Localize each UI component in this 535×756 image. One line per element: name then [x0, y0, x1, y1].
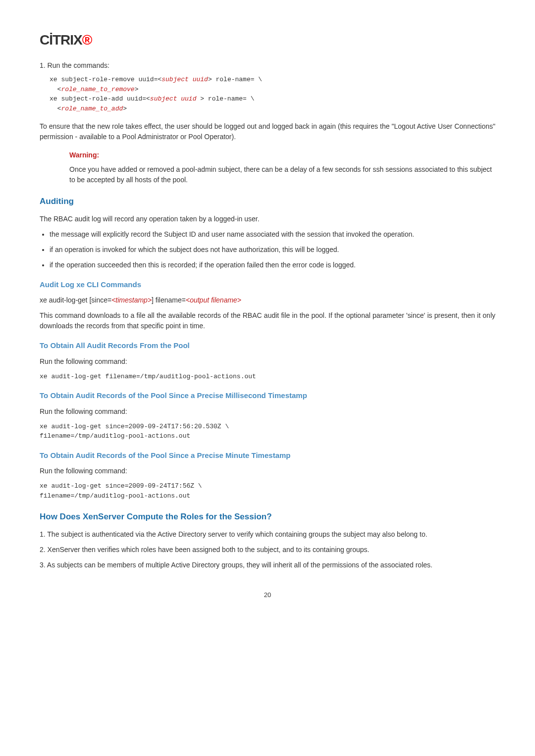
logo-dot: ®: [82, 32, 92, 48]
code-param: role_name_to_add: [61, 105, 123, 112]
cmd-param: <output filename>: [186, 296, 241, 304]
command-block: xe audit-log-get filename=/tmp/auditlog-…: [40, 372, 495, 382]
warning-block: Warning: Once you have added or removed …: [69, 150, 495, 185]
cmd-text: ] filename=: [152, 296, 186, 304]
code-param: role_name_to_remove: [61, 86, 134, 93]
paragraph: 2. XenServer then verifies which roles h…: [40, 545, 495, 555]
code-text: xe subject-role-remove uuid=<: [50, 76, 161, 83]
bullet-list: the message will explicitly record the S…: [40, 229, 495, 270]
paragraph: This command downloads to a file all the…: [40, 310, 495, 331]
code-text: > role-name= \: [200, 95, 254, 102]
code-block-1: xe subject-role-remove uuid=<subject uui…: [50, 75, 495, 113]
paragraph: 3. As subjects can be members of multipl…: [40, 560, 495, 570]
heading-how-does: How Does XenServer Compute the Roles for…: [40, 510, 495, 523]
run-command-label: Run the following command:: [40, 466, 495, 476]
run-command-label: Run the following command:: [40, 406, 495, 417]
command-syntax: xe audit-log-get [since=<timestamp>] fil…: [40, 295, 495, 305]
warning-title: Warning:: [69, 150, 495, 160]
code-text: > role-name= \: [208, 76, 262, 83]
warning-text: Once you have added or removed a pool-ad…: [69, 164, 495, 185]
paragraph: The RBAC audit log will record any opera…: [40, 214, 495, 224]
paragraph: 1. The subject is authenticated via the …: [40, 529, 495, 540]
heading-audit-log-cli: Audit Log xe CLI Commands: [40, 279, 495, 291]
code-text: xe subject-role-add uuid=<: [50, 95, 150, 102]
run-command-label: Run the following command:: [40, 356, 495, 367]
paragraph: To ensure that the new role takes effect…: [40, 121, 495, 142]
page-number: 20: [40, 590, 495, 600]
code-param: subject uuid: [161, 76, 208, 83]
step-1-label: 1. Run the commands:: [40, 60, 495, 71]
code-param: subject uuid: [150, 95, 200, 102]
heading-auditing: Auditing: [40, 195, 495, 208]
heading-obtain-ms: To Obtain Audit Records of the Pool Sinc…: [40, 390, 495, 402]
logo-text: CİTRIX: [40, 32, 82, 48]
cmd-text: xe audit-log-get [since=: [40, 296, 111, 304]
code-text: <: [50, 86, 61, 93]
citrix-logo: CİTRIX®: [40, 30, 495, 50]
command-block: xe audit-log-get since=2009-09-24T17:56:…: [40, 422, 495, 441]
code-text: <: [50, 105, 61, 112]
list-item: if an operation is invoked for which the…: [50, 245, 495, 255]
cmd-param: <timestamp>: [111, 296, 152, 304]
list-item: if the operation succeeded then this is …: [50, 260, 495, 270]
code-text: >: [135, 86, 139, 93]
heading-obtain-all: To Obtain All Audit Records From the Poo…: [40, 340, 495, 352]
code-text: >: [123, 105, 127, 112]
command-block: xe audit-log-get since=2009-09-24T17:56Z…: [40, 481, 495, 501]
heading-obtain-min: To Obtain Audit Records of the Pool Sinc…: [40, 450, 495, 461]
list-item: the message will explicitly record the S…: [50, 229, 495, 240]
